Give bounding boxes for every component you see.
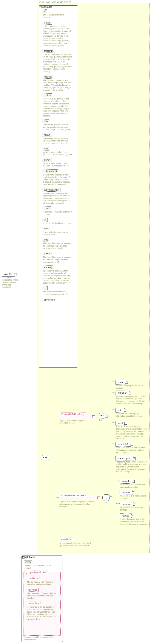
elem-broader-desc: An identifier of a more generic concept. xyxy=(120,495,149,500)
elem-remoteinfo-desc: A link to an item or a web resource whic… xyxy=(116,446,147,454)
attr-creatoruri: creatoruriIf the attribute is empty, spe… xyxy=(43,49,75,73)
attr-type: typeThe type of the concept assigned as … xyxy=(43,238,75,250)
elem-note-desc: Additional natural language information … xyxy=(116,412,146,418)
conn-attr1 xyxy=(20,7,39,7)
elem-sameas-desc: An identifier of a concept with equivale… xyxy=(120,484,149,488)
attr-relevance: relevanceThe relevance of the metadata t… xyxy=(27,588,59,600)
cdg-card: 0..∞ xyxy=(99,419,102,421)
group-conceptdefinition[interactable]: ConceptDefinitionGroup xyxy=(59,414,93,419)
elem-hierarchyinfo[interactable]: hierarchyInfo xyxy=(115,456,134,461)
root-element-inlineref[interactable]: inlineRef xyxy=(2,272,15,277)
attr-idrefs: idrefs A set of local identifiers of inl… xyxy=(24,560,60,570)
conn-crg xyxy=(56,497,59,498)
attr-uri: uriA URI which identifies a concept. xyxy=(43,218,75,224)
attr-pubconstrainturi: pubconstrainturiOne or many constraints … xyxy=(43,188,75,204)
conn-seq xyxy=(20,458,41,458)
conn-cdg-seq xyxy=(95,416,97,416)
elem-name[interactable]: name xyxy=(115,380,126,384)
attr-custom: customIf set to true the corresponding p… xyxy=(43,94,75,117)
sequence-any-desc: Extension point for provider-defined pro… xyxy=(60,542,93,547)
conn-cdg xyxy=(56,416,59,416)
group-conceptrelationships-desc: A group of properties required to indica… xyxy=(59,500,97,508)
elem-name-desc: A natural language name for the concept. xyxy=(116,384,146,390)
group-quantifyattributes-desc: A group of attriubutes quantifying the p… xyxy=(24,636,60,641)
sequence-main[interactable] xyxy=(41,455,49,460)
crg-choice[interactable] xyxy=(102,494,110,501)
attr-id: idThe local identifier of the property. xyxy=(43,10,75,19)
elem-remoteinfo[interactable]: remoteInfo xyxy=(115,442,132,446)
attr-pubconstraint: pubconstraintOne or many constraints tha… xyxy=(43,170,75,186)
group-quantifyattributes-label: grp quantifyAttributes xyxy=(24,570,48,574)
attr-creator: creatorIf the property value is not defi… xyxy=(43,21,75,47)
attr1-list: idThe local identifier of the property. … xyxy=(43,10,75,302)
elem-definition-desc: A natural language definition of the sem… xyxy=(116,395,149,405)
attributes-panel-2-title: attributes xyxy=(25,556,35,558)
attr-how: howIndicates by which means the value wa… xyxy=(43,119,75,131)
elem-note[interactable]: note xyxy=(115,408,125,412)
conn-seq-out xyxy=(52,458,56,458)
group-conceptrelationships[interactable]: ConceptRelationshipsGroup xyxy=(59,495,98,500)
crg-vbranch xyxy=(116,480,116,523)
elem-facet-desc: In NAR 1.8 and later, facet is deprecate… xyxy=(116,426,149,440)
elem-related-desc: A related concept, where the relationshi… xyxy=(120,518,149,525)
attributes-panel-1-title: attributes xyxy=(42,6,52,8)
group-conceptrelationships-label: ConceptRelationshipsGroup xyxy=(60,494,90,497)
cdg-vbranch xyxy=(112,381,112,454)
conn-crg-choice xyxy=(100,498,102,498)
attr-confidence: confidenceThe confidence with which the … xyxy=(27,576,59,586)
attr-modified: modifiedThe date (and, optionally, the t… xyxy=(43,75,75,91)
root-element-label: inlineRef xyxy=(4,273,12,276)
diagram-canvas: Flex1PropType (extension) inlineRef The … xyxy=(0,0,151,644)
elem-facet[interactable]: facet xyxy=(115,421,125,426)
attr2-idrefs-wrap: idrefs A set of local identifiers of inl… xyxy=(24,560,60,572)
group-conceptdefinition-desc: A group of properties required to define… xyxy=(59,420,93,424)
cdg-sequence[interactable] xyxy=(97,414,106,418)
attr-xmllang: xml:langSpecifies the language of this p… xyxy=(43,266,75,284)
attr-howuri: howuriIndicates by which means the value… xyxy=(43,133,75,145)
conn-attr2 xyxy=(20,557,21,558)
attr-why: whyWhy the metadata has been included - … xyxy=(43,147,75,156)
elem-definition[interactable]: definition xyxy=(115,390,130,395)
elem-narrower-desc: An identifier of a more specific concept… xyxy=(120,506,149,511)
elem-related[interactable]: related xyxy=(120,513,132,518)
attr-whyuri: whyuriWhy the metadata has been included… xyxy=(43,158,75,167)
attr-typeuri: typeuriThe type of the concept assigned … xyxy=(43,252,75,263)
group-conceptdefinition-label: ConceptDefinitionGroup xyxy=(60,412,86,416)
seq-vbranch xyxy=(56,416,56,541)
cdg-seq-out xyxy=(108,416,112,416)
elem-narrower[interactable]: narrower xyxy=(120,502,134,506)
sequence-any: any ##other xyxy=(60,537,74,541)
crg-card: 0..∞ xyxy=(104,501,107,504)
attr-dir: dirThe directionality of textual content… xyxy=(43,286,75,296)
attr-literal: literalA free-text value assigned as pro… xyxy=(43,227,75,236)
root-element-desc: The concept represented by the content i… xyxy=(2,276,19,288)
elem-hierarchyinfo-desc: Represents the position of a concept in … xyxy=(116,461,149,473)
elem-sameas[interactable]: sameAs xyxy=(120,479,133,484)
attr-derivedfrom: derivedfromA reference to the concept fr… xyxy=(27,602,59,620)
attr1-any: any ##other xyxy=(43,298,57,302)
elem-broader[interactable]: broader xyxy=(120,490,133,495)
attr2-group-list: confidenceThe confidence with which the … xyxy=(27,576,59,623)
attr-qcode: qcodeA qualified code which identifies a… xyxy=(43,206,75,216)
root-vbranch xyxy=(20,6,20,643)
